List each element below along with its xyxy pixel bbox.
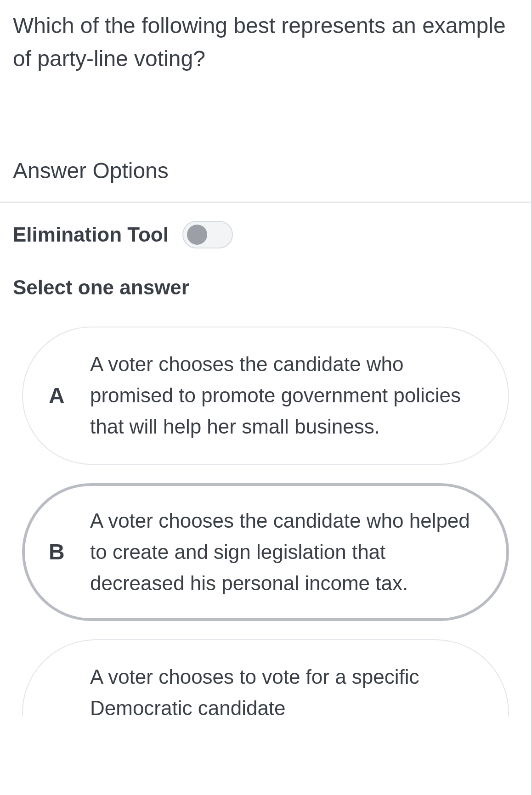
elimination-tool-row: Elimination Tool xyxy=(13,221,518,248)
elimination-tool-label: Elimination Tool xyxy=(13,223,169,246)
divider xyxy=(0,202,531,203)
option-text: A voter chooses to vote for a specific D… xyxy=(90,661,482,716)
answer-option-a[interactable]: A A voter chooses the candidate who prom… xyxy=(22,327,509,465)
toggle-knob xyxy=(187,225,207,245)
option-letter: B xyxy=(49,539,69,564)
elimination-toggle[interactable] xyxy=(182,221,233,248)
option-text: A voter chooses the candidate who helped… xyxy=(90,505,482,599)
answer-options-header: Answer Options xyxy=(13,158,518,202)
option-letter: A xyxy=(49,383,69,408)
question-text: Which of the following best represents a… xyxy=(13,9,518,75)
option-text: A voter chooses the candidate who promis… xyxy=(90,349,482,443)
select-instruction: Select one answer xyxy=(13,276,518,299)
answer-option-b[interactable]: B A voter chooses the candidate who help… xyxy=(22,483,509,621)
answer-option-c[interactable]: A voter chooses to vote for a specific D… xyxy=(22,639,509,716)
